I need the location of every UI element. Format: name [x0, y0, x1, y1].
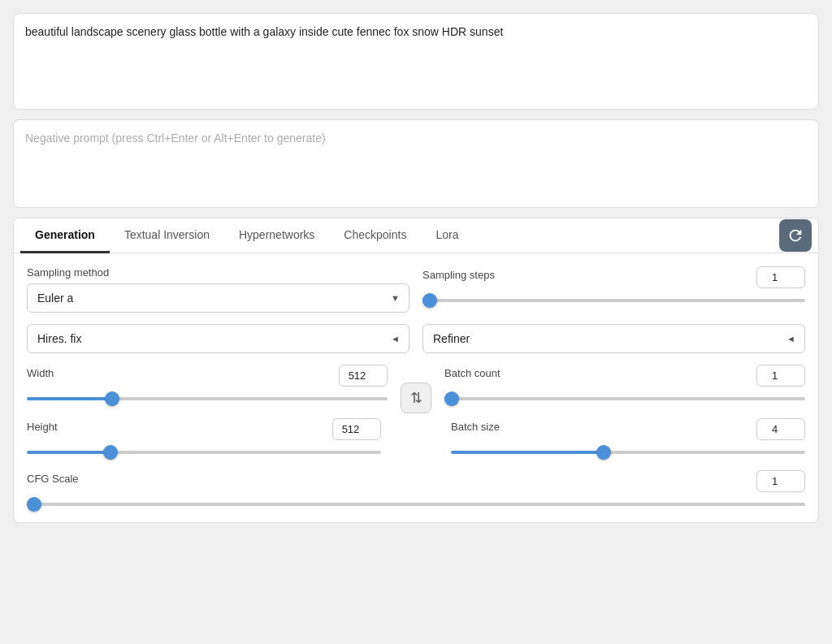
cfg-scale-slider[interactable]: [27, 503, 805, 506]
cfg-scale-label: CFG Scale: [27, 473, 79, 485]
cfg-scale-field: CFG Scale: [27, 470, 805, 511]
height-header: Height: [27, 418, 381, 440]
swap-dimensions-button[interactable]: ⇅: [401, 383, 431, 413]
swap-section: ⇅: [401, 365, 431, 413]
width-label: Width: [27, 367, 54, 379]
negative-prompt-input[interactable]: [25, 130, 807, 195]
sampling-row: Sampling method Euler a Euler LMS Heun ▼…: [27, 266, 805, 313]
sampling-method-field: Sampling method Euler a Euler LMS Heun ▼: [27, 266, 410, 313]
width-field: Width: [27, 365, 388, 405]
tab-textual-inversion[interactable]: Textual Inversion: [110, 218, 224, 253]
dimensions-batch-row: Width ⇅ Batch count: [27, 365, 805, 413]
batch-size-value[interactable]: [756, 418, 805, 440]
batch-count-label: Batch count: [444, 367, 500, 379]
refresh-button[interactable]: [779, 219, 812, 252]
sampling-steps-header: Sampling steps: [422, 266, 805, 288]
batch-count-slider[interactable]: [444, 397, 805, 400]
cfg-scale-header: CFG Scale: [27, 470, 805, 492]
refiner-field: Refiner ◄: [422, 324, 805, 353]
sampling-method-select[interactable]: Euler a Euler LMS Heun: [27, 283, 410, 313]
positive-prompt-card: [13, 13, 819, 110]
tab-lora[interactable]: Lora: [421, 218, 473, 253]
batch-count-value[interactable]: [756, 365, 805, 387]
sampling-steps-label: Sampling steps: [422, 269, 495, 281]
batch-size-slider[interactable]: [451, 451, 805, 454]
sampling-method-wrapper: Euler a Euler LMS Heun ▼: [27, 283, 410, 313]
sampling-method-label: Sampling method: [27, 266, 410, 279]
swap-icon: ⇅: [410, 389, 422, 407]
height-value[interactable]: [332, 418, 381, 440]
batch-count-field: Batch count: [444, 365, 805, 405]
refiner-select[interactable]: Refiner: [422, 324, 805, 353]
hires-refiner-row: Hires. fix ◄ Refiner ◄: [27, 324, 805, 353]
hires-fix-field: Hires. fix ◄: [27, 324, 410, 353]
sampling-steps-field: Sampling steps: [422, 266, 805, 307]
tab-hypernetworks[interactable]: Hypernetworks: [224, 218, 329, 253]
tabs-bar: Generation Textual Inversion Hypernetwor…: [14, 218, 818, 253]
batch-size-label: Batch size: [451, 421, 500, 433]
positive-prompt-input[interactable]: [25, 24, 807, 97]
hires-fix-select[interactable]: Hires. fix: [27, 324, 410, 353]
sampling-steps-slider[interactable]: [422, 299, 805, 302]
cfg-scale-value[interactable]: [756, 470, 805, 492]
batch-count-header: Batch count: [444, 365, 805, 387]
dimensions-section: Width: [27, 365, 388, 410]
hires-fix-wrapper: Hires. fix ◄: [27, 324, 410, 353]
height-field: Height: [27, 418, 381, 459]
batch-size-field: Batch size: [451, 418, 805, 459]
refiner-wrapper: Refiner ◄: [422, 324, 805, 353]
batch-section: Batch count: [444, 365, 805, 410]
sampling-steps-value[interactable]: [756, 266, 805, 288]
tab-generation[interactable]: Generation: [20, 218, 110, 253]
tabs-section: Generation Textual Inversion Hypernetwor…: [13, 218, 819, 523]
negative-prompt-card: [13, 119, 819, 208]
height-batchsize-row: Height Batch size: [27, 418, 805, 459]
generation-panel: Sampling method Euler a Euler LMS Heun ▼…: [14, 253, 818, 522]
width-value[interactable]: [339, 365, 388, 387]
tab-checkpoints[interactable]: Checkpoints: [329, 218, 421, 253]
batch-size-header: Batch size: [451, 418, 805, 440]
height-slider[interactable]: [27, 451, 381, 454]
height-label: Height: [27, 421, 58, 433]
width-slider[interactable]: [27, 397, 388, 400]
width-header: Width: [27, 365, 388, 387]
